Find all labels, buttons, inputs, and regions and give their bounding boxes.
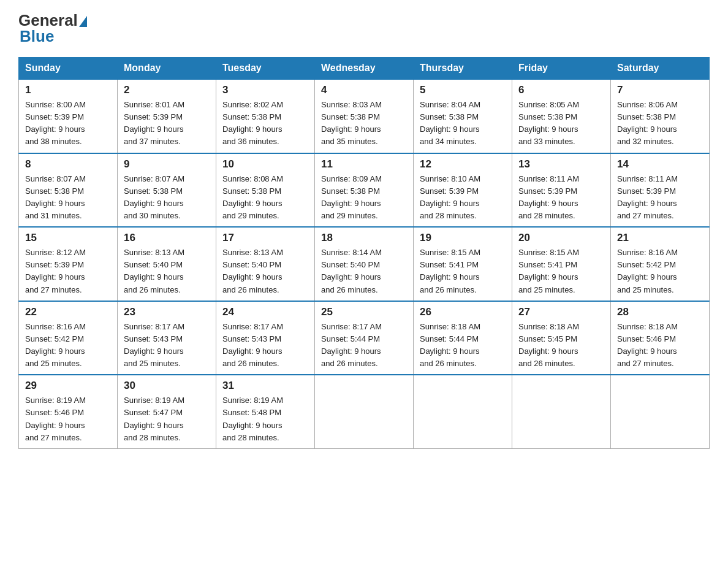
day-info: Sunrise: 8:06 AMSunset: 5:38 PMDaylight:…	[617, 99, 703, 148]
day-number: 19	[420, 232, 506, 244]
calendar-cell: 28 Sunrise: 8:18 AMSunset: 5:46 PMDaylig…	[611, 301, 710, 375]
calendar-cell: 26 Sunrise: 8:18 AMSunset: 5:44 PMDaylig…	[414, 301, 512, 375]
day-number: 25	[321, 306, 407, 318]
calendar-cell: 25 Sunrise: 8:17 AMSunset: 5:44 PMDaylig…	[315, 301, 414, 375]
day-info: Sunrise: 8:13 AMSunset: 5:40 PMDaylight:…	[124, 247, 210, 296]
day-number: 7	[617, 84, 703, 96]
day-info: Sunrise: 8:18 AMSunset: 5:46 PMDaylight:…	[617, 321, 703, 370]
day-info: Sunrise: 8:17 AMSunset: 5:44 PMDaylight:…	[321, 321, 407, 370]
col-header-thursday: Thursday	[414, 58, 512, 80]
week-row-2: 8 Sunrise: 8:07 AMSunset: 5:38 PMDayligh…	[19, 153, 710, 228]
day-number: 28	[617, 306, 703, 318]
day-number: 23	[124, 306, 210, 318]
calendar-cell: 12 Sunrise: 8:10 AMSunset: 5:39 PMDaylig…	[414, 153, 512, 228]
day-info: Sunrise: 8:17 AMSunset: 5:43 PMDaylight:…	[124, 321, 210, 370]
col-header-tuesday: Tuesday	[216, 58, 315, 80]
day-info: Sunrise: 8:15 AMSunset: 5:41 PMDaylight:…	[518, 247, 604, 296]
col-header-wednesday: Wednesday	[315, 58, 414, 80]
calendar-cell: 17 Sunrise: 8:13 AMSunset: 5:40 PMDaylig…	[216, 227, 315, 301]
calendar-cell	[414, 375, 512, 448]
calendar-cell: 10 Sunrise: 8:08 AMSunset: 5:38 PMDaylig…	[216, 153, 315, 228]
day-number: 1	[25, 84, 111, 96]
col-header-friday: Friday	[512, 58, 611, 80]
day-number: 24	[222, 306, 308, 318]
day-info: Sunrise: 8:19 AMSunset: 5:46 PMDaylight:…	[25, 394, 111, 444]
day-info: Sunrise: 8:18 AMSunset: 5:45 PMDaylight:…	[518, 321, 604, 370]
day-info: Sunrise: 8:14 AMSunset: 5:40 PMDaylight:…	[321, 247, 407, 296]
day-info: Sunrise: 8:13 AMSunset: 5:40 PMDaylight:…	[222, 247, 308, 296]
day-number: 27	[518, 306, 604, 318]
day-info: Sunrise: 8:12 AMSunset: 5:39 PMDaylight:…	[25, 247, 111, 296]
calendar-cell: 20 Sunrise: 8:15 AMSunset: 5:41 PMDaylig…	[512, 227, 611, 301]
calendar-cell: 27 Sunrise: 8:18 AMSunset: 5:45 PMDaylig…	[512, 301, 611, 375]
day-number: 22	[25, 306, 111, 318]
day-number: 16	[124, 232, 210, 244]
day-info: Sunrise: 8:02 AMSunset: 5:38 PMDaylight:…	[222, 99, 308, 148]
calendar-cell: 23 Sunrise: 8:17 AMSunset: 5:43 PMDaylig…	[118, 301, 216, 375]
calendar-cell: 5 Sunrise: 8:04 AMSunset: 5:38 PMDayligh…	[414, 79, 512, 153]
day-info: Sunrise: 8:01 AMSunset: 5:39 PMDaylight:…	[124, 99, 210, 148]
calendar-cell: 13 Sunrise: 8:11 AMSunset: 5:39 PMDaylig…	[512, 153, 611, 228]
day-number: 11	[321, 158, 407, 170]
week-row-1: 1 Sunrise: 8:00 AMSunset: 5:39 PMDayligh…	[19, 79, 710, 153]
day-info: Sunrise: 8:15 AMSunset: 5:41 PMDaylight:…	[420, 247, 506, 296]
calendar-cell: 6 Sunrise: 8:05 AMSunset: 5:38 PMDayligh…	[512, 79, 611, 153]
day-info: Sunrise: 8:00 AMSunset: 5:39 PMDaylight:…	[25, 99, 111, 148]
logo-triangle-icon	[79, 16, 87, 27]
calendar-cell: 21 Sunrise: 8:16 AMSunset: 5:42 PMDaylig…	[611, 227, 710, 301]
calendar-cell: 9 Sunrise: 8:07 AMSunset: 5:38 PMDayligh…	[118, 153, 216, 228]
day-info: Sunrise: 8:04 AMSunset: 5:38 PMDaylight:…	[420, 99, 506, 148]
day-info: Sunrise: 8:19 AMSunset: 5:48 PMDaylight:…	[222, 394, 308, 444]
day-info: Sunrise: 8:16 AMSunset: 5:42 PMDaylight:…	[25, 321, 111, 370]
logo: General Blue	[18, 12, 87, 46]
calendar-cell: 22 Sunrise: 8:16 AMSunset: 5:42 PMDaylig…	[19, 301, 118, 375]
day-info: Sunrise: 8:18 AMSunset: 5:44 PMDaylight:…	[420, 321, 506, 370]
day-info: Sunrise: 8:07 AMSunset: 5:38 PMDaylight:…	[124, 173, 210, 223]
calendar-cell: 16 Sunrise: 8:13 AMSunset: 5:40 PMDaylig…	[118, 227, 216, 301]
day-number: 30	[124, 380, 210, 392]
week-row-4: 22 Sunrise: 8:16 AMSunset: 5:42 PMDaylig…	[19, 301, 710, 375]
calendar-cell: 30 Sunrise: 8:19 AMSunset: 5:47 PMDaylig…	[118, 375, 216, 448]
day-number: 26	[420, 306, 506, 318]
calendar-cell: 14 Sunrise: 8:11 AMSunset: 5:39 PMDaylig…	[611, 153, 710, 228]
calendar-cell: 1 Sunrise: 8:00 AMSunset: 5:39 PMDayligh…	[19, 79, 118, 153]
day-number: 17	[222, 232, 308, 244]
day-number: 29	[25, 380, 111, 392]
day-info: Sunrise: 8:03 AMSunset: 5:38 PMDaylight:…	[321, 99, 407, 148]
calendar-cell: 24 Sunrise: 8:17 AMSunset: 5:43 PMDaylig…	[216, 301, 315, 375]
day-number: 13	[518, 158, 604, 170]
calendar-cell: 15 Sunrise: 8:12 AMSunset: 5:39 PMDaylig…	[19, 227, 118, 301]
calendar-cell: 3 Sunrise: 8:02 AMSunset: 5:38 PMDayligh…	[216, 79, 315, 153]
calendar-table: SundayMondayTuesdayWednesdayThursdayFrid…	[18, 57, 710, 449]
day-number: 12	[420, 158, 506, 170]
day-info: Sunrise: 8:16 AMSunset: 5:42 PMDaylight:…	[617, 247, 703, 296]
col-header-saturday: Saturday	[611, 58, 710, 80]
day-number: 14	[617, 158, 703, 170]
day-info: Sunrise: 8:11 AMSunset: 5:39 PMDaylight:…	[617, 173, 703, 223]
day-info: Sunrise: 8:07 AMSunset: 5:38 PMDaylight:…	[25, 173, 111, 223]
day-info: Sunrise: 8:11 AMSunset: 5:39 PMDaylight:…	[518, 173, 604, 223]
day-number: 8	[25, 158, 111, 170]
calendar-cell	[512, 375, 611, 448]
calendar-cell	[315, 375, 414, 448]
header-row: SundayMondayTuesdayWednesdayThursdayFrid…	[19, 58, 710, 80]
logo-blue-text: Blue	[20, 27, 54, 45]
day-number: 21	[617, 232, 703, 244]
day-info: Sunrise: 8:09 AMSunset: 5:38 PMDaylight:…	[321, 173, 407, 223]
calendar-cell: 4 Sunrise: 8:03 AMSunset: 5:38 PMDayligh…	[315, 79, 414, 153]
week-row-3: 15 Sunrise: 8:12 AMSunset: 5:39 PMDaylig…	[19, 227, 710, 301]
calendar-cell: 8 Sunrise: 8:07 AMSunset: 5:38 PMDayligh…	[19, 153, 118, 228]
day-number: 3	[222, 84, 308, 96]
logo-general-text: General	[18, 12, 78, 28]
day-number: 31	[222, 380, 308, 392]
calendar-cell: 31 Sunrise: 8:19 AMSunset: 5:48 PMDaylig…	[216, 375, 315, 448]
calendar-cell: 19 Sunrise: 8:15 AMSunset: 5:41 PMDaylig…	[414, 227, 512, 301]
day-info: Sunrise: 8:05 AMSunset: 5:38 PMDaylight:…	[518, 99, 604, 148]
week-row-5: 29 Sunrise: 8:19 AMSunset: 5:46 PMDaylig…	[19, 375, 710, 448]
calendar-cell: 29 Sunrise: 8:19 AMSunset: 5:46 PMDaylig…	[19, 375, 118, 448]
day-number: 20	[518, 232, 604, 244]
day-number: 9	[124, 158, 210, 170]
calendar-cell: 11 Sunrise: 8:09 AMSunset: 5:38 PMDaylig…	[315, 153, 414, 228]
page-header: General Blue	[18, 12, 710, 46]
day-info: Sunrise: 8:08 AMSunset: 5:38 PMDaylight:…	[222, 173, 308, 223]
